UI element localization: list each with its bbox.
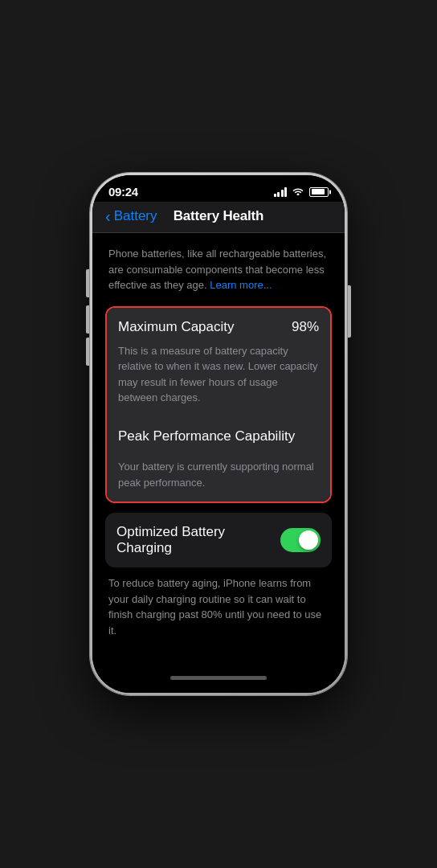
- home-bar: [170, 676, 267, 680]
- back-label: Battery: [114, 208, 157, 224]
- navigation-header: ‹ Battery Battery Health: [92, 202, 345, 233]
- content-area: Phone batteries, like all rechargeable b…: [92, 233, 345, 669]
- optimized-charging-description: To reduce battery aging, iPhone learns f…: [105, 575, 332, 638]
- status-time: 09:24: [108, 185, 138, 199]
- battery-health-highlight: Maximum Capacity 98% This is a measure o…: [105, 306, 332, 504]
- optimized-charging-row: Optimized Battery Charging: [105, 513, 332, 567]
- maximum-capacity-row: Maximum Capacity 98%: [107, 308, 330, 343]
- intro-paragraph: Phone batteries, like all rechargeable b…: [105, 246, 332, 293]
- battery-status-icon: [309, 187, 329, 197]
- capacity-label: Maximum Capacity: [118, 319, 235, 335]
- wifi-icon: [292, 186, 304, 198]
- status-bar: 09:24: [92, 175, 345, 202]
- capacity-value: 98%: [292, 319, 319, 335]
- notch: [166, 175, 271, 198]
- optimized-charging-toggle[interactable]: [280, 528, 321, 552]
- phone-frame: 09:24: [90, 173, 347, 695]
- peak-description: Your battery is currently supporting nor…: [107, 459, 330, 502]
- page-title: Battery Health: [169, 208, 268, 224]
- signal-icon: [274, 187, 288, 197]
- toggle-thumb: [299, 530, 318, 550]
- back-button[interactable]: ‹ Battery: [105, 208, 169, 224]
- capacity-description: This is a measure of battery capacity re…: [107, 343, 330, 417]
- back-chevron-icon: ‹: [105, 208, 111, 224]
- optimized-charging-label: Optimized Battery Charging: [116, 524, 280, 556]
- status-icons: [274, 186, 329, 198]
- home-indicator: [92, 669, 345, 693]
- peak-performance-row: Peak Performance Capability: [107, 417, 330, 459]
- learn-more-link[interactable]: Learn more...: [210, 279, 272, 291]
- peak-label: Peak Performance Capability: [118, 428, 319, 444]
